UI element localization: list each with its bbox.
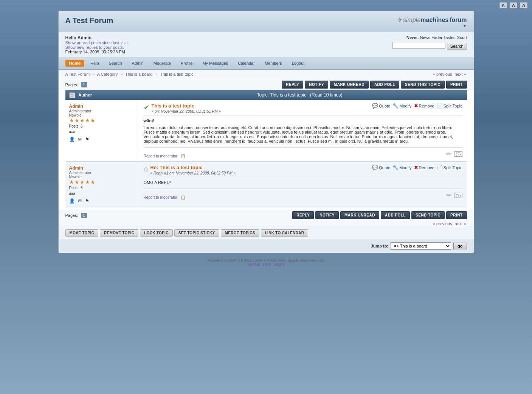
login-date: February 14, 2009, 03:25:28 PM (65, 50, 129, 54)
add-poll-button-bottom[interactable]: ADD POLL (381, 211, 410, 219)
set-topic-sticky-button[interactable]: SET TOPIC STICKY (174, 229, 219, 237)
move-topic-button[interactable]: MOVE TOPIC (65, 229, 99, 237)
hello-name: Hello Admin (65, 35, 129, 40)
nav-admin[interactable]: Admin (128, 60, 147, 67)
nav-search[interactable]: Search (105, 60, 126, 67)
help-link-2[interactable]: (?) (454, 193, 462, 198)
action-buttons-bottom: REPLY NOTIFY MARK UNREAD ADD POLL SEND T… (292, 211, 467, 219)
post-body-text-1: Lorem ipsum dolor sit amet, consectetuer… (144, 125, 462, 143)
prev-link-bottom[interactable]: « previous (433, 221, 452, 226)
breadcrumb-topic: This is a test topic (160, 72, 193, 76)
help-link-1[interactable]: (?) (454, 151, 462, 157)
report-link-1[interactable]: Report to moderator 📋 (144, 154, 185, 158)
print-button-bottom[interactable]: PRINT (446, 211, 467, 219)
author-stars-1: ★★★★★ (69, 117, 135, 123)
jump-select[interactable]: => This is a board (391, 242, 451, 250)
mark-unread-button-top[interactable]: MARK UNREAD (330, 81, 369, 89)
warn-icon-1[interactable]: ⚑ (84, 136, 90, 142)
page-1-link-bottom[interactable]: 1 (81, 213, 87, 218)
author-posts-1: Posts: 6 (69, 124, 135, 128)
show-unread-link[interactable]: Show unread posts since last visit. (65, 40, 129, 45)
send-topic-button-bottom[interactable]: SEND TOPIC (411, 211, 445, 219)
profile-icon-2[interactable]: 👤 (69, 198, 75, 204)
nav-members[interactable]: Members (261, 60, 286, 67)
link-to-calendar-button[interactable]: LINK TO CALENDAR (261, 229, 309, 237)
breadcrumb-forum[interactable]: A Test Forum (65, 72, 90, 76)
footer-line1: Powered by SMF 2.0 RC2 | SMF © 2006-2009… (5, 259, 527, 263)
breadcrumb-board[interactable]: This is a board (125, 72, 152, 76)
next-link-top[interactable]: next » (455, 72, 466, 76)
info-bar: Hello Admin Show unread posts since last… (59, 32, 474, 58)
author-name-2[interactable]: Admin (69, 165, 135, 171)
reply-button-top[interactable]: REPLY (282, 81, 303, 89)
mark-unread-button-bottom[interactable]: MARK UNREAD (340, 211, 379, 219)
post-title-info-2: Re: This is a test topic « Reply #1 on: … (150, 165, 236, 175)
jump-bar: Jump to: => This is a board go (59, 239, 474, 253)
footer-rss-link[interactable]: RSS (263, 263, 271, 267)
footer-wap2-link[interactable]: WAP2 (274, 263, 285, 267)
nav-profile[interactable]: Profile (177, 60, 196, 67)
action-buttons-top: REPLY NOTIFY MARK UNREAD ADD POLL SEND T… (282, 81, 467, 89)
email-icon-1[interactable]: ✉ (77, 136, 83, 142)
remove-link-1[interactable]: ✖ Remove (414, 103, 434, 109)
quote-icon-2: 💬 (372, 165, 378, 170)
reply-button-bottom[interactable]: REPLY (292, 211, 314, 219)
warn-icon-2[interactable]: ⚑ (84, 198, 90, 204)
prev-next-bottom: « previous next » (432, 221, 467, 226)
profile-icon-1[interactable]: 👤 (69, 136, 75, 142)
send-this-topic-button-top[interactable]: SEND THIS TOPIC (401, 81, 445, 89)
nav-messages[interactable]: My Messages (199, 60, 232, 67)
news-text: News Fader Tastes Good (420, 35, 467, 40)
post-title-text-2: Re: This is a test topic (150, 165, 236, 170)
search-button[interactable]: Search (447, 43, 467, 50)
lock-topic-button[interactable]: LOCK TOPIC (140, 229, 172, 237)
next-link-bottom[interactable]: next » (455, 221, 466, 226)
merge-topics-button[interactable]: MERGE TOPICS (221, 229, 259, 237)
author-icons-2: 👤 ✉ ⚑ (69, 198, 135, 204)
modify-link-2[interactable]: 🔧 Modify (392, 165, 411, 170)
font-size-large[interactable]: A (520, 2, 527, 8)
logo-dropdown-arrow[interactable]: ▼ (397, 23, 467, 28)
prev-next-bottom-bar: « previous next » (59, 221, 474, 227)
modify-link-1[interactable]: 🔧 Modify (392, 103, 411, 109)
nav-calendar[interactable]: Calendar (234, 60, 259, 67)
page-1-link[interactable]: 1 (81, 82, 87, 87)
font-size-small[interactable]: A (499, 2, 507, 8)
nav-logout[interactable]: Logout (288, 60, 309, 67)
report-link-2[interactable]: Report to moderator 📋 (144, 195, 185, 199)
notify-button-bottom[interactable]: NOTIFY (315, 211, 339, 219)
notify-button-top[interactable]: NOTIFY (305, 81, 328, 89)
search-input[interactable] (392, 42, 445, 49)
remove-topic-button[interactable]: REMOVE TOPIC (100, 229, 138, 237)
author-col-header: □ Author (69, 93, 133, 97)
author-name-1[interactable]: Admin (69, 104, 135, 109)
split-link-1[interactable]: 📄 Split Topic (437, 103, 462, 109)
post-actions-2: 💬 Quote 🔧 Modify ✖ Remove 📄 Split Topic (372, 165, 462, 170)
email-icon-2[interactable]: ✉ (77, 198, 83, 204)
nav-home[interactable]: Home (65, 60, 85, 67)
forum-title: A Test Forum (65, 16, 113, 25)
quote-link-2[interactable]: 💬 Quote (372, 165, 390, 170)
post-footer-2: Report to moderator 📋 ✏ (?) (144, 188, 462, 199)
prev-link-top[interactable]: « previous (433, 72, 452, 76)
remove-link-2[interactable]: ✖ Remove (414, 165, 434, 170)
post-body-bold-1: w0ot! (144, 118, 462, 123)
post-title-left-2: ◇ Re: This is a test topic « Reply #1 on… (144, 165, 236, 175)
show-replies-link[interactable]: Show new replies to your posts. (65, 45, 124, 50)
nav-moderate[interactable]: Moderate (150, 60, 175, 67)
site-footer: Powered by SMF 2.0 RC2 | SMF © 2006-2009… (0, 253, 532, 272)
quote-link-1[interactable]: 💬 Quote (372, 103, 390, 109)
breadcrumb-category[interactable]: A Category (97, 72, 118, 76)
add-poll-button-top[interactable]: ADD POLL (370, 81, 399, 89)
prev-next-top: « previous next » (432, 72, 467, 76)
post-body-1: w0ot! Lorem ipsum dolor sit amet, consec… (144, 115, 462, 143)
post-body-text-2: OMG A REPLY (144, 180, 462, 185)
pages-actions-row: Pages: 1 REPLY NOTIFY MARK UNREAD ADD PO… (59, 79, 474, 90)
footer-xhtml-link[interactable]: XHTML (247, 263, 260, 267)
print-button-top[interactable]: PRINT (446, 81, 467, 89)
split-link-2[interactable]: 📄 Split Topic (437, 165, 462, 170)
post-author-1: Admin Administrator Newbie ★★★★★ Posts: … (65, 100, 139, 161)
nav-help[interactable]: Help (87, 60, 103, 67)
jump-go-button[interactable]: go (453, 243, 467, 249)
font-size-medium[interactable]: A (510, 2, 517, 8)
